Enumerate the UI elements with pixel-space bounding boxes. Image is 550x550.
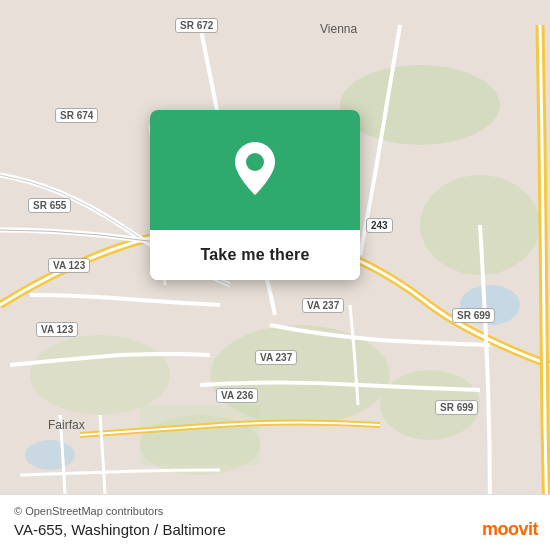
svg-point-10	[246, 153, 264, 171]
moovit-text: moovit	[482, 519, 538, 540]
label-sr699a: SR 699	[452, 308, 495, 323]
label-va236: VA 236	[216, 388, 258, 403]
label-va237b: VA 237	[255, 350, 297, 365]
map-container: SR 672 SR 674 SR 655 VA 123 VA 123 VA 23…	[0, 0, 550, 550]
overlay-card: Take me there	[150, 110, 360, 280]
label-va123a: VA 123	[48, 258, 90, 273]
bottom-bar: © OpenStreetMap contributors VA-655, Was…	[0, 494, 550, 550]
label-sr672: SR 672	[175, 18, 218, 33]
svg-point-1	[340, 65, 500, 145]
svg-point-4	[30, 335, 170, 415]
svg-point-9	[25, 440, 75, 470]
svg-rect-7	[140, 405, 260, 465]
label-va237a: VA 237	[302, 298, 344, 313]
label-va123b: VA 123	[36, 322, 78, 337]
label-sr655: SR 655	[28, 198, 71, 213]
take-me-there-button[interactable]: Take me there	[150, 230, 360, 280]
label-243: 243	[366, 218, 393, 233]
copyright-text: © OpenStreetMap contributors	[14, 505, 536, 517]
card-top	[150, 110, 360, 230]
moovit-logo: moovit	[482, 519, 538, 540]
label-sr674: SR 674	[55, 108, 98, 123]
label-sr699b: SR 699	[435, 400, 478, 415]
location-pin-icon	[230, 140, 280, 200]
location-title: VA-655, Washington / Baltimore	[14, 521, 536, 538]
